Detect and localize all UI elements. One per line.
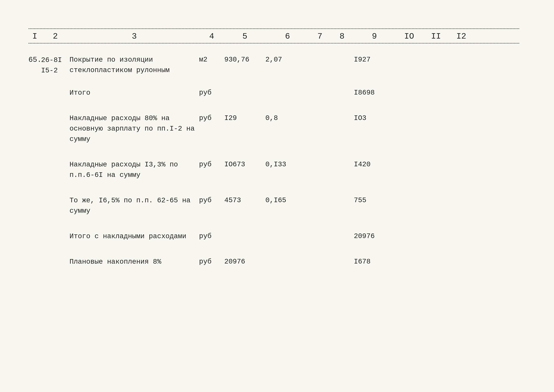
- row-unit: руб: [199, 112, 224, 125]
- row-col6: 0,I33: [265, 158, 310, 171]
- row-col10: [395, 86, 423, 90]
- col-header-12: I2: [449, 32, 474, 41]
- row-col8: [330, 255, 354, 259]
- row-col12: [449, 194, 474, 197]
- row-code: [41, 194, 69, 197]
- col-header-6: 6: [265, 32, 310, 41]
- table-row: Плановые накопления 8% руб 20976 I678: [28, 255, 519, 269]
- row-col8: [330, 86, 354, 90]
- col-header-11: II: [423, 32, 449, 41]
- row-col8: [330, 112, 354, 115]
- row-col6: 2,07: [265, 53, 310, 66]
- row-col7: [310, 255, 330, 259]
- row-col12: [449, 53, 474, 56]
- table-row: Накладные расходы 80% на основную зарпла…: [28, 112, 519, 146]
- row-col11: [423, 194, 449, 197]
- row-col6: 0,8: [265, 112, 310, 125]
- row-number: [28, 112, 41, 115]
- col-header-2: 2: [41, 32, 69, 41]
- row-unit: руб: [199, 86, 224, 99]
- row-col12: [449, 255, 474, 259]
- row-col8: [330, 158, 354, 161]
- row-number: [28, 194, 41, 197]
- row-description: Накладные расходы I3,3% по п.п.6-6I на с…: [69, 158, 199, 182]
- row-description: Покрытие по изоляции стеклопластиком рул…: [69, 53, 199, 77]
- row-col5: IO673: [224, 158, 265, 171]
- row-col9: I927: [354, 53, 395, 66]
- table-row: Итого руб I8698: [28, 86, 519, 100]
- row-col9: 755: [354, 194, 395, 207]
- row-col10: [395, 230, 423, 233]
- row-number: [28, 158, 41, 161]
- row-col9: I8698: [354, 86, 395, 99]
- row-col7: [310, 230, 330, 233]
- row-unit: руб: [199, 255, 224, 268]
- row-description: Итого с накладными расходами: [69, 230, 199, 243]
- col-header-9: 9: [354, 32, 395, 41]
- col-header-10: IO: [395, 32, 423, 41]
- row-number: [28, 255, 41, 259]
- row-col11: [423, 255, 449, 259]
- column-header-row: I 2 3 4 5 6 7 8 9 IO II I2: [28, 28, 519, 43]
- col-header-4: 4: [199, 32, 224, 41]
- col-header-1: I: [28, 32, 41, 41]
- row-col5: 930,76: [224, 53, 265, 66]
- row-col10: [395, 112, 423, 115]
- table-row: Накладные расходы I3,3% по п.п.6-6I на с…: [28, 158, 519, 182]
- row-col5: 20976: [224, 255, 265, 268]
- row-col5: I29: [224, 112, 265, 125]
- row-col10: [395, 53, 423, 56]
- row-description: Плановые накопления 8%: [69, 255, 199, 269]
- row-col5: [224, 230, 265, 233]
- row-col7: [310, 112, 330, 115]
- row-col11: [423, 86, 449, 90]
- row-unit: руб: [199, 194, 224, 207]
- table-row: Итого с накладными расходами руб 20976: [28, 230, 519, 243]
- row-col5: [224, 86, 265, 90]
- row-col10: [395, 255, 423, 259]
- col-header-7: 7: [310, 32, 330, 41]
- row-col8: [330, 194, 354, 197]
- row-description: Итого: [69, 86, 199, 100]
- col-header-3: 3: [69, 32, 199, 41]
- row-description: То же, I6,5% по п.п. 62-65 на сумму: [69, 194, 199, 218]
- row-col11: [423, 112, 449, 115]
- row-col12: [449, 112, 474, 115]
- row-col8: [330, 230, 354, 233]
- row-col7: [310, 194, 330, 197]
- row-col9: I420: [354, 158, 395, 171]
- col-header-8: 8: [330, 32, 354, 41]
- row-col6: 0,I65: [265, 194, 310, 207]
- table-row: 65. 26-8I I5-2 Покрытие по изоляции стек…: [28, 53, 519, 77]
- row-col9: 20976: [354, 230, 395, 243]
- row-col6: [265, 86, 310, 90]
- row-col10: [395, 194, 423, 197]
- row-col8: [330, 53, 354, 56]
- row-number: [28, 230, 41, 233]
- row-col7: [310, 53, 330, 56]
- row-col7: [310, 158, 330, 161]
- row-col12: [449, 158, 474, 161]
- row-code: 26-8I I5-2: [41, 53, 69, 77]
- row-code: [41, 230, 69, 233]
- page: I 2 3 4 5 6 7 8 9 IO II I2 65. 26-8I I5-…: [0, 0, 554, 392]
- row-number: 65.: [28, 53, 41, 67]
- row-code: [41, 112, 69, 115]
- row-col12: [449, 86, 474, 90]
- row-col7: [310, 86, 330, 90]
- col-header-5: 5: [224, 32, 265, 41]
- row-col9: I678: [354, 255, 395, 268]
- row-description: Накладные расходы 80% на основную зарпла…: [69, 112, 199, 146]
- row-unit: руб: [199, 230, 224, 243]
- table-row: То же, I6,5% по п.п. 62-65 на сумму руб …: [28, 194, 519, 218]
- row-col5: 4573: [224, 194, 265, 207]
- row-col11: [423, 53, 449, 56]
- row-col11: [423, 158, 449, 161]
- row-code: [41, 255, 69, 259]
- row-number: [28, 86, 41, 90]
- row-col12: [449, 230, 474, 233]
- row-col9: IO3: [354, 112, 395, 125]
- row-code: [41, 158, 69, 161]
- content-area: 65. 26-8I I5-2 Покрытие по изоляции стек…: [28, 53, 519, 269]
- row-unit: м2: [199, 53, 224, 66]
